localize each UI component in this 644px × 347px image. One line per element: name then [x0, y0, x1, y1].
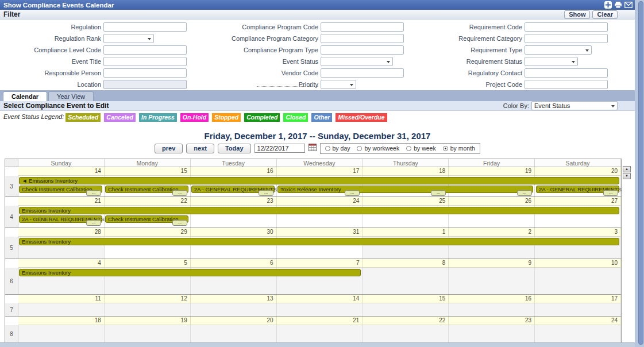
- compliance_level_code-input[interactable]: [103, 45, 187, 55]
- event-bar[interactable]: ◄ Emissions Inventory: [19, 177, 619, 184]
- day-cell[interactable]: [18, 303, 105, 316]
- week-number: 5: [5, 237, 18, 259]
- filter-label-priority: Priority: [207, 81, 321, 88]
- add-icon[interactable]: [604, 1, 612, 9]
- compliance_program_type-input[interactable]: [321, 45, 404, 55]
- radio-icon: [357, 146, 362, 151]
- email-icon[interactable]: [624, 2, 633, 8]
- compliance_program_category-input[interactable]: [321, 34, 404, 43]
- priority-select[interactable]: [321, 80, 356, 89]
- event-bar[interactable]: Emissions Inventory: [19, 238, 619, 245]
- print-icon[interactable]: [614, 1, 622, 9]
- scroll-down-icon[interactable]: ▼: [623, 173, 631, 179]
- today-button[interactable]: Today: [218, 144, 251, 153]
- grid-scrollbar: ▲ ▼: [623, 166, 631, 180]
- day-cell[interactable]: [363, 325, 449, 342]
- day-cell[interactable]: [363, 268, 449, 294]
- event-bar[interactable]: 2A - GENERAL REQUIREMENTS...: [191, 186, 275, 193]
- event_title-input[interactable]: [103, 57, 187, 66]
- requirement_status-select[interactable]: [525, 57, 578, 66]
- event-menu-button[interactable]: ...: [172, 190, 187, 196]
- event-bar[interactable]: Check Instrument Calibration...: [19, 186, 102, 193]
- event-menu-button[interactable]: ...: [431, 190, 446, 196]
- view-option-by-workweek[interactable]: by workweek: [357, 145, 399, 152]
- event-menu-button[interactable]: ...: [86, 190, 101, 196]
- date-input[interactable]: [254, 144, 305, 153]
- calendar-picker-icon[interactable]: [308, 143, 317, 153]
- filter-label-compliance_program_category: Compliance Program Category: [207, 35, 321, 42]
- day-cell[interactable]: [191, 325, 277, 342]
- event-menu-button[interactable]: ...: [172, 220, 187, 226]
- event-menu-button[interactable]: ...: [345, 190, 360, 196]
- day-cell[interactable]: [449, 303, 535, 316]
- filter-label-responsible_person: Responsible Person: [17, 70, 103, 76]
- vendor_code-input[interactable]: [321, 68, 404, 78]
- calendar-range-title: Friday, December 1, 2017 -- Sunday, Dece…: [0, 131, 635, 141]
- filter-label-project_code: Project Code: [428, 81, 525, 88]
- day-cell[interactable]: [535, 303, 621, 316]
- day-cell[interactable]: [277, 325, 363, 342]
- event-bar[interactable]: Check Instrument Calibration...: [105, 215, 188, 223]
- compliance_program_code-input[interactable]: [321, 22, 404, 32]
- next-button[interactable]: next: [186, 144, 214, 153]
- event-bar[interactable]: Check Instrument Calibration...: [105, 186, 188, 193]
- event-bar[interactable]: 2A - GENERAL REQUIREMENTS...: [19, 215, 102, 223]
- event-menu-button[interactable]: ...: [603, 190, 618, 196]
- event-bar[interactable]: 2A - GENERAL REQUIREMENTS...: [536, 186, 619, 193]
- event-bar[interactable]: Emissions Inventory: [19, 269, 361, 276]
- date-strip: 45678910: [18, 259, 621, 268]
- day-cell[interactable]: [191, 303, 277, 316]
- radio-icon: [325, 146, 330, 151]
- filter-row: Responsible Person: [17, 67, 187, 79]
- event_status-select[interactable]: [321, 57, 393, 66]
- prev-button[interactable]: prev: [155, 144, 183, 153]
- date-number: 22: [105, 197, 191, 206]
- event-menu-button[interactable]: ...: [86, 220, 101, 226]
- date-number: 24: [277, 197, 363, 206]
- scroll-up-icon[interactable]: ▲: [623, 166, 631, 172]
- responsible_person-input[interactable]: [103, 68, 187, 78]
- day-cell[interactable]: [18, 325, 105, 342]
- show-button[interactable]: Show: [564, 10, 590, 19]
- filter-label-compliance_program_code: Compliance Program Code: [207, 24, 321, 30]
- date-number: 31: [277, 228, 363, 237]
- week-body: [18, 303, 621, 316]
- page-scrollbar-thumb[interactable]: [638, 1, 643, 345]
- requirement_type-select[interactable]: [525, 45, 592, 55]
- view-option-by-week[interactable]: by week: [406, 145, 436, 152]
- day-header-tuesday: Tuesday: [191, 159, 277, 167]
- clear-button[interactable]: Clear: [592, 10, 618, 19]
- event-bar[interactable]: Toxics Release Inventory.........: [277, 186, 533, 193]
- regulation-input[interactable]: [103, 22, 187, 32]
- requirement_category-input[interactable]: [525, 34, 608, 43]
- filter-label-requirement_status: Requirement Status: [428, 58, 525, 65]
- day-cell[interactable]: [105, 303, 191, 316]
- event-bar[interactable]: Emissions Inventory: [19, 207, 619, 214]
- date-number: 3: [535, 228, 621, 237]
- regulation_rank-select[interactable]: [103, 34, 154, 43]
- day-cell[interactable]: [449, 268, 535, 294]
- day-cell[interactable]: [535, 325, 621, 342]
- event-menu-button[interactable]: ...: [517, 190, 532, 196]
- date-number: 17: [535, 295, 621, 303]
- view-option-by-day[interactable]: by day: [325, 145, 350, 152]
- project_code-input[interactable]: [525, 80, 608, 89]
- week-row: 111213141516177: [5, 295, 621, 317]
- view-option-by-month[interactable]: by month: [443, 145, 475, 152]
- day-cell[interactable]: [363, 303, 449, 316]
- color-by-select[interactable]: Event Status: [531, 101, 618, 110]
- day-cell[interactable]: [277, 303, 363, 316]
- day-cell[interactable]: [449, 325, 535, 342]
- day-cell[interactable]: [105, 325, 191, 342]
- legend-badge-stopped: Stopped: [212, 113, 241, 122]
- requirement_code-input[interactable]: [525, 22, 608, 32]
- filter-column: Compliance Program CodeCompliance Progra…: [207, 21, 404, 90]
- event-menu-button[interactable]: ...: [259, 190, 273, 196]
- regulatory_contact-input[interactable]: [525, 68, 608, 78]
- date-number: 20: [535, 167, 621, 176]
- tab-year_view[interactable]: Year View: [48, 91, 94, 101]
- date-number: 28: [18, 228, 105, 237]
- day-cell[interactable]: [535, 268, 621, 294]
- tab-calendar[interactable]: Calendar: [3, 91, 47, 101]
- location-input[interactable]: [103, 80, 187, 89]
